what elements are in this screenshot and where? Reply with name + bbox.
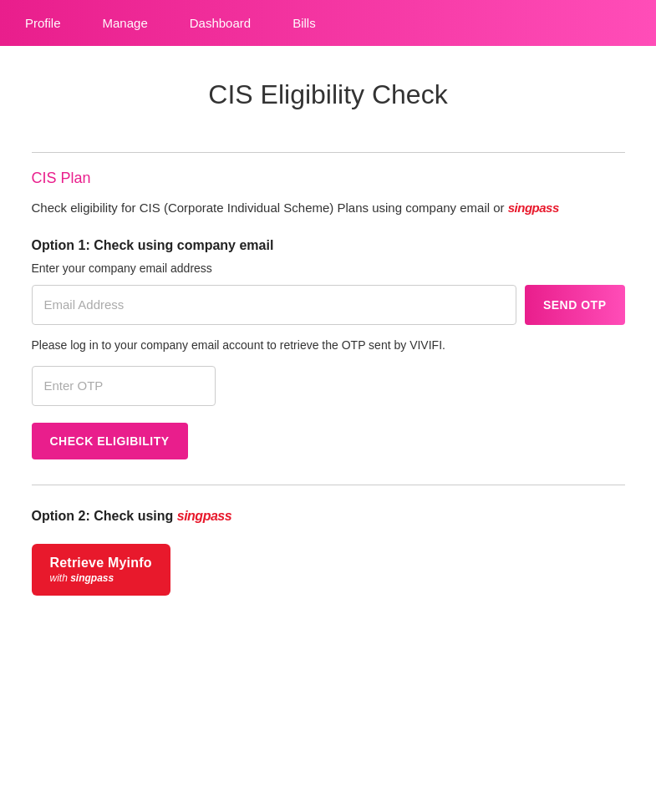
retrieve-myinfo-main-text: Retrieve Myinfo [50,556,152,571]
singpass-logo-option2: singpass [177,509,231,523]
check-eligibility-button[interactable]: CHECK ELIGIBILITY [32,423,188,459]
option2-title-text: Option 2: Check using [32,509,174,523]
page-title: CIS Eligibility Check [32,79,625,110]
nav-item-bills[interactable]: Bills [284,16,349,30]
retrieve-myinfo-button[interactable]: Retrieve Myinfo with singpass [32,544,170,596]
nav-item-profile[interactable]: Profile [17,16,94,30]
retrieve-myinfo-sub-text: with singpass [50,572,114,584]
main-content: CIS Eligibility Check CIS Plan Check eli… [15,46,642,629]
send-otp-button[interactable]: SEND OTP [525,285,625,325]
nav-item-dashboard[interactable]: Dashboard [181,16,284,30]
otp-note: Please log in to your company email acco… [32,337,625,354]
option2-title: Option 2: Check using singpass [32,509,625,524]
navigation: Profile Manage Dashboard Bills [0,0,656,46]
middle-divider [32,485,625,485]
email-row: SEND OTP [32,285,625,325]
otp-input[interactable] [32,366,216,406]
option1-subtitle: Enter your company email address [32,261,625,275]
email-input[interactable] [32,285,516,325]
cis-plan-description: Check eligibility for CIS (Corporate Ind… [32,199,625,218]
option1-title: Option 1: Check using company email [32,238,625,253]
nav-item-manage[interactable]: Manage [94,16,181,30]
top-divider [32,152,625,153]
description-text: Check eligibility for CIS (Corporate Ind… [32,200,505,215]
singpass-logo-inline: singpass [508,200,559,215]
cis-plan-title: CIS Plan [32,170,625,187]
